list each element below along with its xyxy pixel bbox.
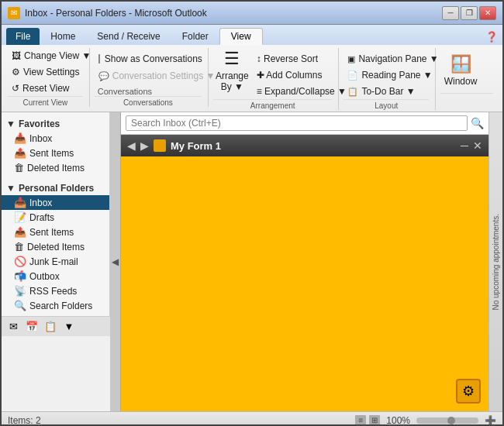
sidebar-item-sent-items[interactable]: 📤 Sent Items: [2, 225, 109, 239]
main-area: ▼ Favorites 📥 Inbox 📤 Sent Items 🗑 Delet…: [2, 112, 502, 411]
arrange-by-label: ArrangeBy ▼: [216, 70, 249, 92]
sent-fav-icon: 📤: [14, 147, 26, 159]
rss-feeds-label: RSS Feeds: [29, 286, 77, 297]
conversation-settings-button[interactable]: 💬 Conversation Settings ▼: [95, 68, 202, 84]
inbox-icon: 📥: [14, 197, 26, 208]
favorites-header[interactable]: ▼ Favorites: [2, 115, 109, 131]
deleted-items-icon: 🗑: [14, 241, 24, 253]
nav-back-button[interactable]: ◀: [127, 139, 136, 152]
reading-pane-button[interactable]: 📄 Reading Pane ▼: [343, 67, 429, 83]
form-close-button[interactable]: ✕: [473, 139, 482, 152]
search-button[interactable]: 🔍: [471, 117, 484, 129]
minimize-button[interactable]: ─: [442, 6, 459, 20]
current-view-buttons: 🖼 Change View ▼ ⚙ View Settings ↺ Reset …: [8, 48, 83, 96]
conversations-sub-label: Conversations: [95, 84, 202, 96]
sidebar-item-deleted-fav[interactable]: 🗑 Deleted Items: [2, 160, 109, 175]
ribbon-content: 🖼 Change View ▼ ⚙ View Settings ↺ Reset …: [2, 45, 502, 112]
status-bar: Items: 2 ≡ ⊞ 100% ➕: [2, 411, 502, 426]
form-minimize-button[interactable]: ─: [461, 139, 468, 152]
window-title: Inbox - Personal Folders - Microsoft Out…: [25, 8, 207, 19]
add-columns-button[interactable]: ✚ Add Columns: [253, 67, 350, 83]
sidebar-item-drafts[interactable]: 📝 Drafts: [2, 210, 109, 225]
tab-send-receive[interactable]: Send / Receive: [86, 28, 171, 45]
sidebar-bottom: ✉ 📅 📋 ▼: [2, 316, 110, 336]
expand-collapse-button[interactable]: ≡ Expand/Collapse ▼: [253, 84, 350, 99]
zoom-out-icon[interactable]: ➕: [485, 415, 496, 426]
arrange-by-button[interactable]: ☰ ArrangeBy ▼: [213, 48, 251, 93]
more-views-button[interactable]: ▼: [60, 319, 78, 335]
show-conversations-label: Show as Conversations: [105, 53, 202, 64]
todo-bar-button[interactable]: 📋 To-Do Bar ▼: [343, 84, 429, 99]
item-count: Items: 2: [8, 415, 41, 426]
right-panel-text: No upcoming appointments.: [490, 211, 502, 314]
sent-items-icon: 📤: [14, 226, 26, 238]
sidebar-item-rss-feeds[interactable]: 📡 RSS Feeds: [2, 283, 109, 298]
navigation-pane-label: Navigation Pane ▼: [358, 53, 438, 64]
conversations-group-label: Conversations: [95, 96, 202, 107]
sidebar-item-inbox[interactable]: 📥 Inbox: [2, 195, 109, 210]
personal-folders-header[interactable]: ▼ Personal Folders: [2, 180, 109, 195]
search-input[interactable]: [126, 115, 468, 131]
conversation-settings-label: Conversation Settings ▼: [112, 70, 216, 81]
window-icon: 🪟: [450, 54, 471, 74]
group-conversations: Show as Conversations 💬 Conversation Set…: [91, 48, 209, 107]
sidebar-item-junk-email[interactable]: 🚫 Junk E-mail: [2, 254, 109, 269]
window-group-label: [440, 93, 493, 95]
view-mode-icon-1[interactable]: ≡: [355, 415, 366, 426]
view-settings-button[interactable]: ⚙ View Settings: [8, 64, 95, 80]
sidebar-item-deleted-items[interactable]: 🗑 Deleted Items: [2, 239, 109, 254]
outlook-icon: ✉: [8, 7, 20, 19]
calendar-view-button[interactable]: 📅: [23, 319, 40, 335]
reset-view-button[interactable]: ↺ Reset View: [8, 81, 95, 96]
tab-view[interactable]: View: [219, 28, 263, 45]
nav-forward-button[interactable]: ▶: [140, 139, 149, 152]
sidebar-item-search-folders[interactable]: 🔍 Search Folders: [2, 298, 109, 313]
inbox-fav-label: Inbox: [29, 133, 52, 144]
zoom-level: 100%: [386, 415, 410, 426]
right-panel: No upcoming appointments.: [488, 112, 502, 411]
title-bar-left: ✉ Inbox - Personal Folders - Microsoft O…: [8, 7, 207, 19]
expand-collapse-label: ≡ Expand/Collapse ▼: [257, 86, 347, 97]
current-view-label: Current View: [8, 96, 83, 107]
window-controls: ─ ❐ ✕: [442, 6, 496, 20]
add-columns-label: ✚ Add Columns: [257, 70, 323, 81]
help-icon[interactable]: ❓: [485, 31, 498, 43]
ribbon: File Home Send / Receive Folder View ❓ 🖼…: [2, 25, 502, 112]
show-conversations-button[interactable]: Show as Conversations: [95, 51, 202, 67]
form-icon: [154, 139, 166, 152]
navigation-pane-button[interactable]: ▣ Navigation Pane ▼: [343, 51, 429, 67]
zoom-slider[interactable]: [416, 417, 478, 424]
mail-view-button[interactable]: ✉: [5, 319, 22, 335]
zoom-thumb: [447, 417, 455, 424]
restore-button[interactable]: ❐: [461, 6, 478, 20]
window-button[interactable]: 🪟 Window: [440, 48, 481, 93]
group-layout: ▣ Navigation Pane ▼ 📄 Reading Pane ▼ 📋 T…: [340, 48, 436, 110]
arrange-by-icon: ☰: [224, 49, 240, 69]
nav-collapse-button[interactable]: ◀: [110, 112, 121, 411]
sidebar-item-outbox[interactable]: 📬 Outbox: [2, 269, 109, 283]
form-content: ⚙: [121, 156, 488, 411]
tab-folder[interactable]: Folder: [171, 28, 219, 45]
form-title: My Form 1: [171, 140, 456, 152]
reverse-sort-label: ↕ Reverse Sort: [257, 53, 318, 64]
tab-home[interactable]: Home: [40, 28, 86, 45]
outbox-label: Outbox: [29, 271, 60, 282]
view-mode-icon-2[interactable]: ⊞: [369, 415, 380, 426]
favorites-chevron: ▼: [6, 119, 16, 129]
show-conversations-checkbox[interactable]: [98, 54, 100, 64]
tasks-view-button[interactable]: 📋: [42, 319, 59, 335]
nav-collapse-icon: ◀: [112, 256, 119, 267]
outbox-icon: 📬: [14, 270, 26, 282]
favorites-label: Favorites: [19, 119, 60, 129]
tab-file[interactable]: File: [6, 28, 40, 45]
layout-label: Layout: [343, 99, 429, 110]
change-view-button[interactable]: 🖼 Change View ▼: [8, 48, 95, 64]
reverse-sort-button[interactable]: ↕ Reverse Sort: [253, 51, 350, 67]
form-settings-icon[interactable]: ⚙: [456, 379, 481, 404]
sidebar-item-inbox-fav[interactable]: 📥 Inbox: [2, 131, 109, 146]
content-area: 🔍 ◀ ▶ My Form 1 ─ ✕ ⚙: [121, 112, 488, 411]
close-button[interactable]: ✕: [479, 6, 496, 20]
todo-bar-label: To-Do Bar ▼: [361, 86, 415, 97]
sidebar-item-sent-fav[interactable]: 📤 Sent Items: [2, 146, 109, 160]
sidebar-container: ▼ Favorites 📥 Inbox 📤 Sent Items 🗑 Delet…: [2, 112, 110, 411]
